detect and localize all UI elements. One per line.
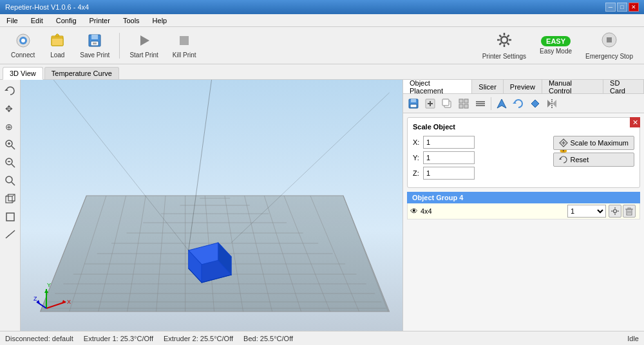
bed-status: Bed: 25.5°C/Off: [243, 335, 293, 342]
place-button[interactable]: [494, 96, 509, 111]
zoom-out-button[interactable]: [2, 154, 19, 171]
svg-rect-90: [411, 99, 416, 102]
svg-line-34: [12, 182, 15, 185]
right-sep-1: [491, 97, 491, 110]
tab-preview[interactable]: Preview: [504, 80, 542, 93]
svg-marker-23: [5, 89, 8, 91]
start-print-icon: [137, 33, 152, 50]
duplicate-button[interactable]: [439, 96, 455, 111]
kill-print-button[interactable]: Kill Print: [167, 30, 202, 62]
menu-bar: File Edit Config Printer Tools Help: [0, 14, 644, 27]
right-panel-toolbar: [403, 94, 644, 113]
connect-button[interactable]: Connect: [5, 30, 41, 62]
object-settings-button[interactable]: [609, 205, 621, 218]
kill-print-label: Kill Print: [173, 51, 196, 59]
reset-scale-button[interactable]: Reset: [553, 153, 634, 167]
main-content: ✥ ⊕: [0, 80, 644, 331]
object-visibility-toggle[interactable]: 👁: [410, 207, 418, 216]
svg-marker-104: [497, 99, 506, 108]
svg-rect-35: [6, 196, 12, 203]
scale-x-label: X:: [413, 138, 423, 146]
svg-rect-99: [459, 104, 463, 108]
svg-text:⊕: ⊕: [5, 122, 13, 132]
scale-y-input[interactable]: [423, 151, 475, 164]
svg-line-20: [499, 42, 501, 44]
object-name-label: 4x4: [421, 207, 567, 215]
start-print-label: Start Print: [129, 51, 158, 59]
viewport[interactable]: X Y Z: [21, 80, 402, 331]
zoom-all-button[interactable]: [2, 172, 19, 189]
tab-object-placement[interactable]: Object Placement: [403, 80, 472, 93]
scale-x-input[interactable]: [423, 136, 475, 149]
perspective-button[interactable]: [2, 191, 19, 207]
add-obj-button[interactable]: [422, 96, 438, 111]
emergency-stop-label: Emergency Stop: [585, 53, 633, 60]
printer-settings-label: Printer Settings: [482, 53, 526, 60]
arrange-button[interactable]: [473, 96, 488, 111]
menu-config[interactable]: Config: [52, 16, 80, 25]
grid-view-button[interactable]: [456, 96, 471, 111]
tab-3d-view[interactable]: 3D View: [3, 67, 43, 80]
save-obj-button[interactable]: [406, 96, 421, 111]
pan-button[interactable]: ✥: [2, 100, 19, 117]
ortho-button[interactable]: [2, 209, 19, 225]
object-group-header: Object Group 4: [407, 192, 640, 203]
load-button[interactable]: Load: [43, 30, 71, 62]
start-print-button[interactable]: Start Print: [124, 30, 164, 62]
svg-rect-9: [93, 42, 97, 44]
menu-help[interactable]: Help: [149, 16, 171, 25]
ruler-button[interactable]: [2, 227, 19, 243]
object-delete-button[interactable]: [623, 205, 636, 218]
svg-rect-96: [442, 99, 449, 106]
scale-z-input[interactable]: [423, 167, 475, 180]
save-print-icon: [87, 33, 102, 50]
menu-file[interactable]: File: [3, 16, 22, 25]
svg-point-114: [614, 210, 617, 213]
scale-button[interactable]: [527, 96, 543, 111]
tab-manual-control[interactable]: Manual Control: [542, 80, 603, 93]
emergency-stop-button[interactable]: Emergency Stop: [580, 30, 639, 62]
load-icon: [50, 33, 65, 50]
svg-marker-106: [531, 100, 539, 107]
rotate-view-button[interactable]: [2, 82, 19, 99]
close-scale-panel-button[interactable]: ✕: [630, 117, 640, 127]
scale-panel: ✕ Scale Object X: Y: Z: 🔒 Scale to Maxim…: [407, 117, 640, 188]
toolbar-right: Printer Settings EASY Easy Mode Emergenc…: [477, 30, 639, 62]
move-object-button[interactable]: ⊕: [2, 118, 19, 135]
connect-icon: [15, 33, 31, 50]
rotate3d-button[interactable]: [511, 96, 526, 111]
object-copies-select[interactable]: 1 2 3: [567, 205, 606, 218]
minimize-button[interactable]: ─: [605, 3, 616, 12]
svg-text:✥: ✥: [5, 104, 13, 114]
save-print-label: Save Print: [80, 51, 109, 59]
left-toolbar: ✥ ⊕: [0, 80, 21, 331]
svg-line-27: [12, 146, 15, 149]
save-print-button[interactable]: Save Print: [74, 30, 115, 62]
close-button[interactable]: ✕: [629, 3, 639, 12]
title-bar: Repetier-Host V1.0.6 - 4x4 ─ □ ✕: [0, 0, 644, 14]
menu-tools[interactable]: Tools: [119, 16, 144, 25]
svg-rect-100: [464, 104, 468, 108]
extruder2-status: Extruder 2: 25.5°C/Off: [164, 335, 233, 342]
title-text: Repetier-Host V1.0.6 - 4x4: [5, 3, 89, 11]
scale-to-maximum-label: Scale to Maximum: [571, 139, 629, 147]
printer-settings-button[interactable]: Printer Settings: [477, 30, 532, 62]
tab-slicer[interactable]: Slicer: [472, 80, 504, 93]
title-buttons: ─ □ ✕: [605, 3, 639, 12]
kill-print-icon: [176, 33, 192, 50]
tab-temperature-curve[interactable]: Temperature Curve: [44, 67, 119, 79]
maximize-button[interactable]: □: [617, 3, 627, 12]
scale-to-maximum-button[interactable]: Scale to Maximum: [553, 136, 634, 150]
svg-point-2: [21, 39, 25, 42]
menu-printer[interactable]: Printer: [86, 16, 114, 25]
toolbar: Connect Load Save Print Start Print Kill…: [0, 27, 644, 64]
svg-rect-40: [6, 213, 14, 221]
mirror-button[interactable]: [544, 96, 560, 111]
tab-sd-card[interactable]: SD Card: [603, 80, 644, 93]
idle-status: Idle: [627, 335, 639, 342]
load-label: Load: [50, 51, 64, 59]
object-group: Object Group 4 👁 4x4 1 2 3: [407, 192, 640, 219]
easy-mode-button[interactable]: EASY Easy Mode: [535, 33, 577, 57]
zoom-in-button[interactable]: [2, 136, 19, 153]
menu-edit[interactable]: Edit: [27, 16, 47, 25]
